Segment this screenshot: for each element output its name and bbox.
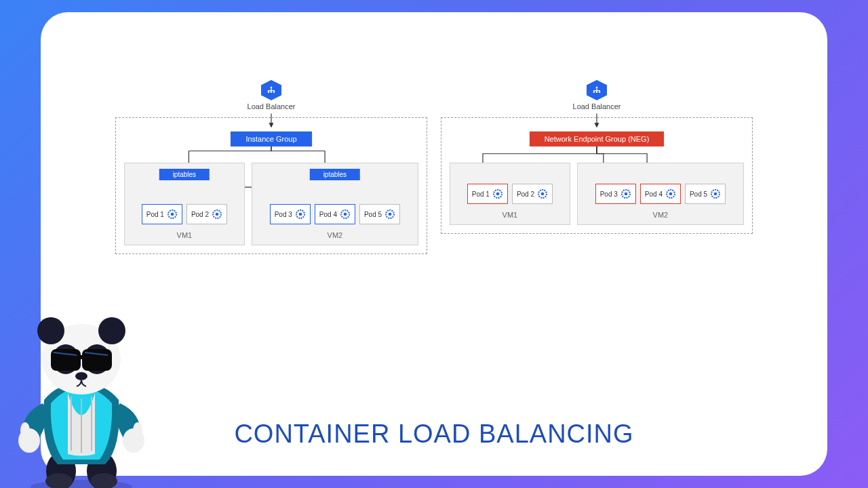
pod-label: Pod 2 — [191, 211, 209, 218]
load-balancer-label: Load Balancer — [248, 102, 296, 110]
pod-4-left: Pod 4 — [315, 204, 355, 224]
gear-icon — [295, 209, 306, 220]
svg-point-14 — [389, 213, 392, 216]
load-balancer-label: Load Balancer — [573, 102, 621, 110]
pod-5-left: Pod 5 — [359, 204, 400, 224]
svg-point-6 — [171, 213, 174, 216]
gear-icon — [167, 209, 178, 220]
pod-label: Pod 3 — [275, 211, 292, 218]
gear-icon — [492, 188, 503, 199]
mascot-panda — [3, 305, 159, 488]
pod-3-left: Pod 3 — [270, 204, 311, 224]
vm1-right: Pod 1 Pod 2 VM1 — [450, 163, 570, 225]
svg-point-21 — [496, 192, 500, 196]
svg-point-36 — [20, 422, 30, 439]
svg-rect-46 — [78, 355, 85, 359]
load-balancer-left: Load Balancer — [115, 80, 427, 110]
svg-point-10 — [298, 213, 302, 216]
svg-point-8 — [216, 213, 219, 216]
svg-point-27 — [669, 192, 673, 196]
pod-label: Pod 1 — [472, 190, 490, 198]
pod-5-right: Pod 5 — [685, 184, 726, 204]
pod-label: Pod 4 — [319, 211, 337, 218]
pod-label: Pod 2 — [517, 190, 534, 198]
gear-icon — [384, 209, 395, 220]
pod-label: Pod 5 — [690, 190, 707, 198]
vm2-right: Pod 3 Pod 4 Pod 5 VM2 — [577, 163, 744, 225]
neg-box: Network Endpoint Group (NEG) — [530, 131, 665, 146]
svg-point-25 — [624, 192, 627, 196]
vm1-left: iptables Pod 1 Pod 2 VM1 — [124, 163, 245, 245]
gear-icon — [620, 188, 631, 199]
vm-label: VM1 — [177, 231, 193, 239]
svg-point-0 — [271, 87, 273, 89]
cluster-box-right: Network Endpoint Group (NEG) Pod 1 Pod 2… — [441, 117, 753, 234]
vm-label: VM1 — [502, 211, 518, 219]
cluster-box-left: Instance Group iptables Pod 1 Pod 2 VM1 … — [115, 117, 427, 254]
instance-group-box: Instance Group — [231, 131, 311, 146]
diagram-instance-group: Load Balancer Instance Group iptables — [115, 80, 427, 254]
pod-1-right: Pod 1 — [467, 184, 508, 204]
svg-point-47 — [75, 372, 87, 380]
vm-label: VM2 — [328, 231, 343, 239]
svg-point-38 — [133, 422, 142, 439]
pod-4-right: Pod 4 — [640, 184, 681, 204]
load-balancer-icon — [587, 80, 607, 100]
load-balancer-icon — [261, 80, 281, 100]
svg-point-29 — [714, 192, 717, 196]
gear-icon — [212, 209, 222, 220]
pod-label: Pod 5 — [364, 211, 382, 218]
iptables-label: iptables — [310, 169, 360, 180]
svg-point-12 — [344, 213, 347, 216]
pod-label: Pod 4 — [645, 190, 663, 198]
vm2-left: iptables Pod 3 Pod 4 Pod 5 VM2 — [252, 163, 418, 245]
pod-2-right: Pod 2 — [512, 184, 553, 204]
pod-label: Pod 3 — [600, 190, 618, 198]
svg-point-15 — [596, 87, 598, 89]
gear-icon — [537, 188, 548, 199]
svg-point-23 — [541, 192, 545, 196]
load-balancer-right: Load Balancer — [441, 80, 753, 110]
gear-icon — [665, 188, 676, 199]
pod-2-left: Pod 2 — [186, 204, 227, 224]
diagram-neg: Load Balancer Network Endpoint Group (NE… — [441, 80, 753, 254]
diagrams-container: Load Balancer Instance Group iptables — [68, 80, 800, 254]
svg-point-41 — [98, 317, 125, 344]
pod-3-right: Pod 3 — [595, 184, 636, 204]
iptables-label: iptables — [159, 169, 210, 180]
gear-icon — [340, 209, 351, 220]
pod-1-left: Pod 1 — [142, 204, 182, 224]
svg-point-40 — [37, 317, 64, 344]
gear-icon — [710, 188, 721, 199]
pod-label: Pod 1 — [146, 211, 164, 218]
vm-label: VM2 — [653, 211, 669, 219]
